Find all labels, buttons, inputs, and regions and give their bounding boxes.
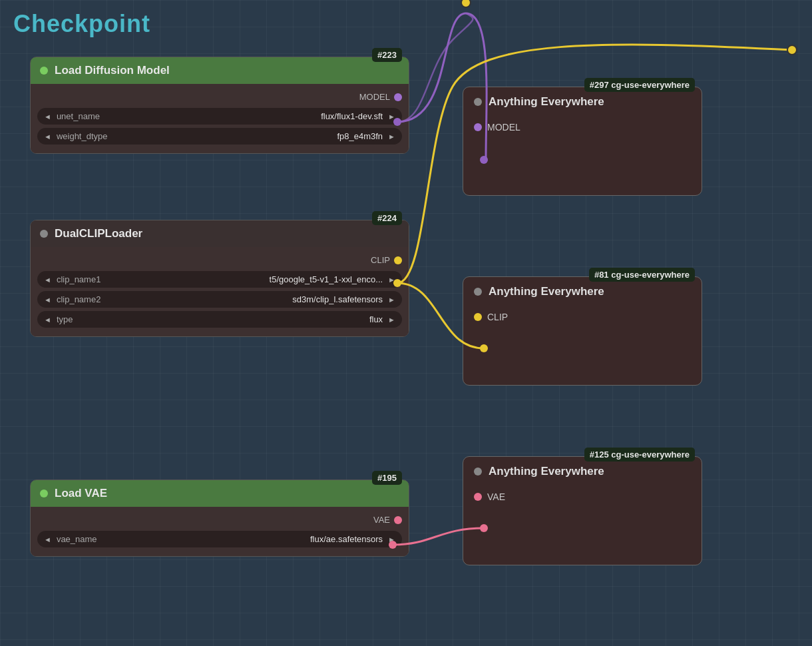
page-title: Checkpoint [13, 10, 150, 38]
node-223-unet-arrow-right[interactable]: ► [388, 113, 395, 121]
node-195-vae-arrow-left[interactable]: ◄ [44, 535, 51, 543]
node-224-title: DualCLIPLoader [55, 227, 142, 240]
node-81-clip-port: CLIP [463, 306, 702, 332]
node-81-clip-dot[interactable] [474, 313, 482, 321]
node-224-param-clip1[interactable]: ◄ clip_name1 t5/google_t5-v1_1-xxl_enco.… [37, 271, 402, 288]
node-224-body: CLIP ◄ clip_name1 t5/google_t5-v1_1-xxl_… [31, 247, 409, 336]
node-81-badge: #81 cg-use-everywhere [589, 268, 695, 282]
node-223-body: MODEL ◄ unet_name flux/flux1-dev.sft ► ◄… [31, 84, 409, 153]
node-223-unet-value: flux/flux1-dev.sft [115, 111, 383, 121]
node-223-model-label: MODEL [359, 92, 390, 102]
node-125-spacer [463, 511, 702, 565]
node-224-clip2-value: sd3m/clip_l.safetensors [115, 294, 383, 304]
node-224-clip2-arrow-right[interactable]: ► [388, 296, 395, 304]
node-223-title: Load Diffusion Model [55, 64, 170, 77]
node-224-type-arrow-left[interactable]: ◄ [44, 316, 51, 324]
node-anywhere-81: #81 cg-use-everywhere Anything Everywher… [463, 276, 702, 386]
node-81-clip-label: CLIP [487, 312, 508, 322]
node-223-model-port: MODEL [37, 89, 402, 105]
node-223-badge: #223 [372, 48, 402, 62]
node-195-status-dot [40, 489, 48, 497]
node-223-param-weight[interactable]: ◄ weight_dtype fp8_e4m3fn ► [37, 128, 402, 145]
node-125-status-dot [474, 468, 482, 476]
node-224-clip1-arrow-right[interactable]: ► [388, 276, 395, 284]
node-224-type-value: flux [115, 314, 383, 324]
node-223-param-unet[interactable]: ◄ unet_name flux/flux1-dev.sft ► [37, 108, 402, 125]
node-223-model-dot[interactable] [394, 93, 402, 101]
node-224-type-arrow-right[interactable]: ► [388, 316, 395, 324]
node-297-spacer [463, 142, 702, 195]
node-anywhere-297: #297 cg-use-everywhere Anything Everywhe… [463, 87, 702, 196]
node-195-vae-name: vae_name [57, 534, 110, 544]
node-load-diffusion: #223 Load Diffusion Model MODEL ◄ unet_n… [30, 57, 409, 154]
node-223-weight-name: weight_dtype [57, 131, 110, 141]
node-224-clip-dot[interactable] [394, 256, 402, 264]
node-dual-clip: #224 DualCLIPLoader CLIP ◄ clip_name1 t5… [30, 220, 409, 337]
node-125-vae-port: VAE [463, 486, 702, 511]
node-224-type-name: type [57, 314, 110, 324]
node-load-vae: #195 Load VAE VAE ◄ vae_name flux/ae.saf… [30, 480, 409, 557]
node-224-clip-port: CLIP [37, 252, 402, 268]
node-81-status-dot [474, 288, 482, 296]
node-224-header: DualCLIPLoader [31, 220, 409, 247]
node-anywhere-125: #125 cg-use-everywhere Anything Everywhe… [463, 456, 702, 565]
node-297-model-dot[interactable] [474, 123, 482, 131]
node-223-header: Load Diffusion Model [31, 57, 409, 84]
node-224-param-clip2[interactable]: ◄ clip_name2 sd3m/clip_l.safetensors ► [37, 291, 402, 308]
node-195-header: Load VAE [31, 480, 409, 507]
node-125-vae-label: VAE [487, 491, 505, 502]
node-195-param-vae[interactable]: ◄ vae_name flux/ae.safetensors ► [37, 531, 402, 547]
node-195-vae-port: VAE [37, 512, 402, 527]
node-297-model-port: MODEL [463, 117, 702, 142]
node-224-clip1-value: t5/google_t5-v1_1-xxl_enco... [115, 274, 383, 284]
node-224-clip-label: CLIP [371, 255, 390, 265]
node-224-clip1-arrow-left[interactable]: ◄ [44, 276, 51, 284]
node-195-vae-value: flux/ae.safetensors [115, 534, 383, 544]
node-223-weight-arrow-right[interactable]: ► [388, 133, 395, 141]
node-195-vae-dot[interactable] [394, 516, 402, 524]
node-224-status-dot [40, 230, 48, 238]
node-195-body: VAE ◄ vae_name flux/ae.safetensors ► [31, 507, 409, 556]
node-223-unet-name: unet_name [57, 111, 110, 121]
node-224-param-type[interactable]: ◄ type flux ► [37, 311, 402, 328]
svg-point-7 [787, 45, 797, 55]
node-125-vae-dot[interactable] [474, 493, 482, 501]
node-195-badge: #195 [372, 471, 402, 485]
node-297-badge: #297 cg-use-everywhere [584, 78, 695, 92]
node-195-vae-label: VAE [373, 515, 390, 525]
node-297-status-dot [474, 98, 482, 106]
node-195-title: Load VAE [55, 487, 107, 500]
node-195-vae-arrow-right[interactable]: ► [388, 535, 395, 543]
node-223-status-dot [40, 67, 48, 75]
node-224-clip2-name: clip_name2 [57, 294, 110, 304]
node-224-clip2-arrow-left[interactable]: ◄ [44, 296, 51, 304]
node-297-model-label: MODEL [487, 122, 520, 133]
node-81-title: Anything Everywhere [489, 285, 604, 298]
node-81-spacer [463, 332, 702, 385]
svg-point-6 [461, 0, 471, 7]
node-223-unet-arrow-left[interactable]: ◄ [44, 113, 51, 121]
node-223-weight-arrow-left[interactable]: ◄ [44, 133, 51, 141]
node-224-clip1-name: clip_name1 [57, 274, 110, 284]
node-125-badge: #125 cg-use-everywhere [584, 448, 695, 462]
node-297-title: Anything Everywhere [489, 95, 604, 109]
node-223-weight-value: fp8_e4m3fn [115, 131, 383, 141]
node-224-badge: #224 [372, 211, 402, 225]
node-125-title: Anything Everywhere [489, 465, 604, 478]
